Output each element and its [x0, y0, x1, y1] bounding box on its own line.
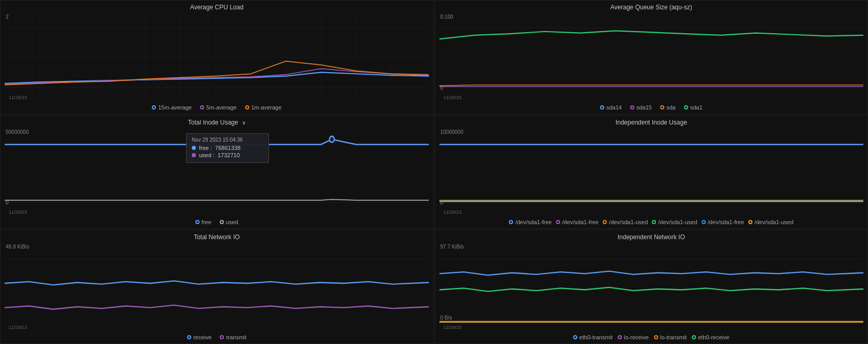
legend-label-1m: 1m-average — [251, 104, 282, 111]
legend-item-sda14[interactable]: sda14 — [600, 104, 622, 111]
legend-item-receive[interactable]: receive — [187, 334, 211, 340]
svg-queue — [439, 13, 864, 102]
y-min-inode-ind: 0 — [440, 200, 444, 205]
y-max-network-ind: 97.7 KiB/s — [440, 244, 464, 250]
x-date-network-independent: 11/29/23 — [444, 325, 462, 330]
legend-item-sda1-free-2[interactable]: /dev/sda1-free — [556, 219, 599, 225]
legend-label-15m: 15m-average — [158, 104, 192, 111]
legend-item-sda15[interactable]: sda15 — [630, 104, 652, 111]
x-date-network-total: 11/29/23 — [9, 325, 27, 330]
chart-network-independent: 97.7 KiB/s 0 B/s 2:25pm 2:30pm 2:35pm 2:… — [439, 243, 864, 332]
legend-label-used: used — [226, 219, 238, 225]
legend-label-free: free — [202, 219, 211, 225]
legend-dot-15m — [152, 105, 156, 109]
y-max-cpu: 2 — [6, 14, 9, 20]
legend-dot-5m — [200, 105, 204, 109]
y-max-network-total: 48.8 KiB/s — [6, 244, 30, 250]
legend-label-sda15: sda15 — [636, 104, 652, 111]
svg-point-20 — [330, 136, 334, 142]
legend-item-sda1[interactable]: sda1 — [684, 104, 703, 111]
panel-network-total: Total Network IO 48.8 KiB/s 2:25pm 2:30p… — [0, 230, 434, 344]
legend-item-used[interactable]: used — [220, 219, 238, 225]
legend-item-eth0-transmit[interactable]: eth0-transmit — [573, 334, 613, 340]
legend-item-free[interactable]: free — [195, 219, 211, 225]
legend-label-5m: 5m-average — [206, 104, 237, 111]
legend-dot-1m — [245, 105, 249, 109]
panel-inode-independent: Independent Inode Usage 10000000 0 2:25p… — [435, 115, 869, 229]
y-max-inode-ind: 10000000 — [440, 129, 464, 135]
panel-queue-title: Average Queue Size (aqu-sz) — [439, 4, 864, 11]
legend-item-1m[interactable]: 1m-average — [245, 104, 282, 111]
legend-cpu: 15m-average 5m-average 1m-average — [5, 102, 429, 112]
chart-network-total: 48.8 KiB/s 2:25pm 2:30pm 2:35pm 2:40pm 2… — [5, 243, 429, 332]
legend-item-sda1-free-3[interactable]: /dev/sda1-free — [702, 219, 744, 225]
x-date-inode-total: 11/29/23 — [9, 210, 27, 215]
legend-inode-independent: /dev/sda1-free /dev/sda1-free /dev/sda1-… — [439, 217, 864, 226]
chart-cpu: 2 — [5, 13, 429, 102]
legend-item-sda1-used-3[interactable]: /dev/sda1-used — [748, 219, 793, 225]
svg-network-independent — [439, 243, 864, 332]
legend-label-sda: sda — [666, 104, 676, 111]
panel-network-total-title: Total Network IO — [5, 233, 429, 241]
chart-queue: 0.100 0 2:25pm 2:30pm 2:35pm 2:40pm 2:45… — [439, 13, 864, 102]
panel-cpu: Average CPU Load 2 — [0, 0, 434, 114]
y-min-queue: 0 — [440, 85, 444, 91]
panel-inode-independent-title: Independent Inode Usage — [439, 119, 864, 126]
panel-network-independent: Independent Network IO 97.7 KiB/s 0 B/s … — [435, 230, 869, 344]
legend-queue: sda14 sda15 sda sda1 — [439, 102, 864, 112]
x-date-queue: 11/29/23 — [444, 95, 462, 100]
panel-queue: Average Queue Size (aqu-sz) 0.100 0 2:25… — [435, 0, 869, 114]
svg-network-total — [5, 243, 429, 332]
panel-inode-total: Total Inode Usage ∨ 50000000 0 Nov 29 20… — [0, 115, 434, 229]
legend-item-sda[interactable]: sda — [660, 104, 676, 111]
legend-label-sda14: sda14 — [606, 104, 622, 111]
svg-inode-independent — [439, 128, 864, 217]
legend-item-lo-receive[interactable]: lo-receive — [618, 334, 649, 340]
chart-inode-independent: 10000000 0 2:25pm 2:30pm 2:35pm 2:40pm 2… — [439, 128, 864, 217]
y-max-inode: 50000000 — [6, 129, 29, 135]
panel-cpu-title: Average CPU Load — [5, 4, 429, 11]
legend-label-sda1: sda1 — [690, 104, 703, 111]
dashboard: Average CPU Load 2 — [0, 0, 868, 344]
svg-cpu — [5, 13, 429, 102]
legend-item-5m[interactable]: 5m-average — [200, 104, 237, 111]
panel-inode-total-title: Total Inode Usage ∨ — [5, 119, 429, 126]
x-date-inode-independent: 11/29/23 — [444, 210, 462, 215]
legend-item-15m[interactable]: 15m-average — [152, 104, 192, 111]
x-date-cpu: 11/29/23 — [9, 95, 27, 100]
legend-item-sda1-used-1[interactable]: /dev/sda1-used — [603, 219, 648, 225]
svg-inode-total — [5, 128, 429, 217]
y-min-network-ind: 0 B/s — [440, 315, 452, 321]
legend-inode-total: free used — [5, 217, 429, 226]
legend-item-lo-transmit[interactable]: lo-transmit — [654, 334, 687, 340]
legend-item-transmit[interactable]: transmit — [220, 334, 246, 340]
legend-item-eth0-receive[interactable]: eth0-receive — [692, 334, 730, 340]
chart-inode-total: 50000000 0 Nov 29 2023 15:04:36 free : 7… — [5, 128, 429, 217]
y-min-inode: 0 — [6, 200, 9, 205]
panel-network-independent-title: Independent Network IO — [439, 233, 864, 241]
legend-network-total: receive transmit — [5, 332, 429, 341]
legend-item-sda1-free-1[interactable]: /dev/sda1-free — [509, 219, 551, 225]
legend-network-independent: eth0-transmit lo-receive lo-transmit eth… — [439, 332, 864, 341]
y-max-queue: 0.100 — [440, 14, 453, 20]
legend-item-sda1-used-2[interactable]: /dev/sda1-used — [652, 219, 697, 225]
